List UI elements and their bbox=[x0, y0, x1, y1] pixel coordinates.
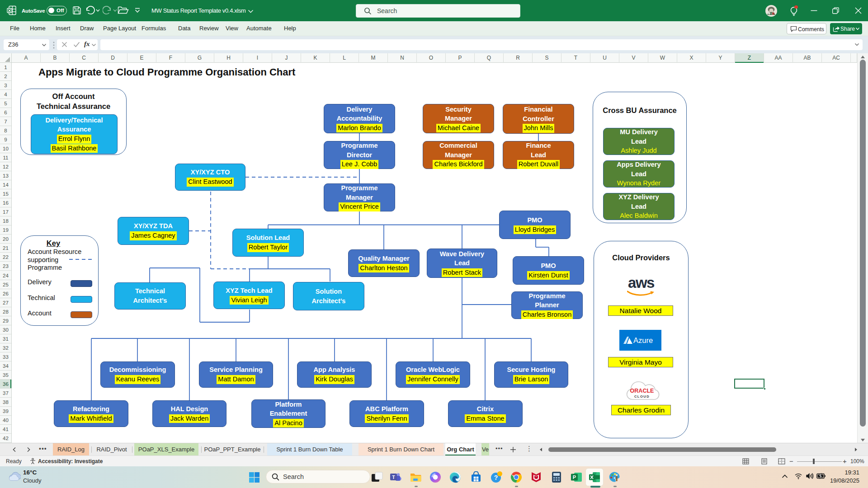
svg-text:CLOUD: CLOUD bbox=[634, 394, 650, 399]
svg-text:T: T bbox=[392, 474, 395, 480]
svg-text:ORACLE: ORACLE bbox=[630, 388, 654, 394]
svg-text:?: ? bbox=[494, 474, 498, 481]
svg-text:P: P bbox=[573, 474, 576, 480]
